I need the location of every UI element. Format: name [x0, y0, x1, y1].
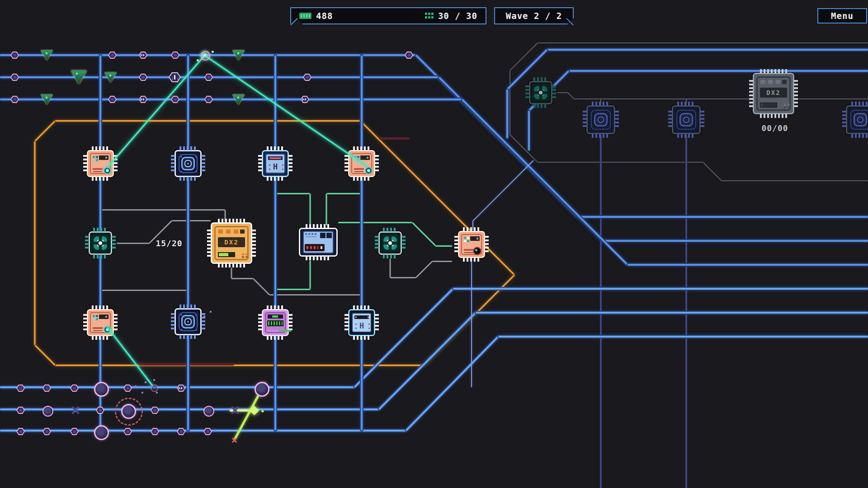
circuit-trace: [432, 261, 452, 262]
enemy-hex: [204, 74, 213, 81]
circuit-trace: [390, 277, 416, 278]
enemy-hex: [10, 74, 19, 81]
enemy-hex: [16, 407, 25, 414]
cores-grid-icon: [425, 13, 434, 19]
chip-tower-blueh[interactable]: H: [262, 150, 289, 177]
circuit-trace: [275, 193, 310, 194]
enemy-hex: [10, 96, 19, 103]
enemy-hex: [42, 428, 51, 435]
chip-node-teal-dim[interactable]: [529, 81, 552, 104]
chip-core-dx2-grey[interactable]: DX2: [753, 73, 794, 114]
debris-particle: [156, 392, 158, 394]
wave-label: Wave 2 / 2: [506, 11, 562, 21]
circuit-trace: [453, 288, 868, 290]
circuit-trace: [101, 209, 225, 211]
circuit-trace: [231, 278, 253, 279]
circuit-trace: [390, 258, 391, 277]
board-label: 00/00: [761, 123, 788, 133]
chip-tower-navy[interactable]: [175, 150, 202, 177]
chip-slot-navy[interactable]: [586, 105, 615, 134]
chip-slot-navy[interactable]: [846, 105, 868, 134]
enemy-hex: [204, 96, 213, 103]
circuit-trace: [547, 49, 868, 51]
circuit-trace: [686, 135, 687, 488]
circuit-trace: [0, 430, 406, 432]
enemy-ring: [203, 406, 214, 417]
enemy-hex: [42, 385, 51, 392]
chip-core-dx2[interactable]: DX2: [211, 222, 252, 264]
enemy-tri: [41, 50, 53, 61]
enemy-hex: [108, 96, 117, 103]
base-boundary: [55, 365, 424, 366]
enemy-hexk: [169, 72, 181, 82]
enemy-hex: [203, 428, 212, 435]
circuit-trace: [361, 55, 363, 431]
chip-slot-navy[interactable]: [672, 105, 701, 134]
chip-tower-sniper[interactable]: [458, 231, 485, 258]
debris-particle: [210, 311, 212, 313]
wall-segment: [379, 137, 410, 140]
circuit-trace: [472, 160, 533, 221]
enemy-hex: [139, 74, 147, 81]
circuit-trace: [574, 99, 868, 99]
chip-tower-wide[interactable]: [299, 228, 338, 257]
game-screen: HDX2HDX215/2000/00 488 30 / 30 Wave 2 / …: [0, 0, 868, 488]
credits-value: 488: [316, 11, 333, 21]
credits-group: 488: [299, 11, 333, 21]
enemy-hex: [16, 428, 25, 435]
debris-particle: [142, 392, 143, 394]
circuit-trace: [406, 336, 499, 432]
enemy-hex: [70, 385, 79, 392]
circuit-trace: [274, 55, 276, 431]
circuit-trace: [310, 193, 311, 225]
circuit-trace: [569, 70, 868, 72]
circuit-trace: [722, 180, 868, 181]
circuit-trace: [476, 312, 868, 314]
circuit-trace: [578, 216, 868, 218]
enemy-hex: [151, 407, 159, 414]
chip-node-teal[interactable]: [89, 231, 112, 255]
circuit-trace: [275, 289, 310, 290]
spark-particle: [197, 59, 199, 61]
enemy-tri: [41, 94, 53, 105]
circuit-trace: [310, 260, 311, 289]
circuit-trace: [471, 253, 472, 387]
chip-node-teal[interactable]: [378, 231, 402, 255]
circuit-trace: [412, 222, 436, 246]
circuit-trace: [600, 135, 602, 488]
enemy-hexa: [139, 96, 147, 103]
circuit-trace: [509, 70, 510, 135]
circuit-trace: [498, 336, 868, 338]
enemy-trib: [71, 70, 87, 84]
enemy-hex: [171, 52, 179, 59]
beam-impact-glow: [198, 49, 211, 61]
enemy-tri: [104, 72, 117, 83]
board-label: 15/20: [156, 239, 182, 248]
enemy-tri: [232, 94, 245, 105]
circuit-trace: [538, 42, 868, 43]
circuit-trace: [187, 55, 189, 431]
chip-tower-blueh2[interactable]: H: [348, 309, 375, 336]
enemy-ring: [42, 406, 53, 417]
circuit-trace: [509, 42, 538, 70]
target-bracket: [115, 398, 143, 426]
resources-panel: 488 30 / 30: [290, 7, 486, 24]
debris-particle: [145, 381, 146, 383]
circuit-trace: [436, 245, 452, 247]
chip-tower-navy[interactable]: [175, 308, 202, 335]
enemy-hex: [16, 385, 25, 392]
circuit-trace: [378, 312, 476, 410]
circuit-trace: [0, 408, 379, 410]
menu-button[interactable]: Menu: [817, 8, 867, 23]
circuit-trace: [231, 267, 232, 278]
enemy-hex: [405, 52, 413, 59]
chip-tower-code[interactable]: [262, 309, 289, 336]
circuit-trace: [415, 261, 433, 278]
enemy-hex: [108, 52, 117, 59]
circuit-trace: [269, 294, 362, 296]
base-boundary: [34, 120, 56, 141]
circuit-trace: [0, 99, 462, 100]
enemy-hex: [177, 428, 185, 435]
enemy-hex: [70, 428, 79, 435]
circuit-trace: [627, 264, 868, 266]
